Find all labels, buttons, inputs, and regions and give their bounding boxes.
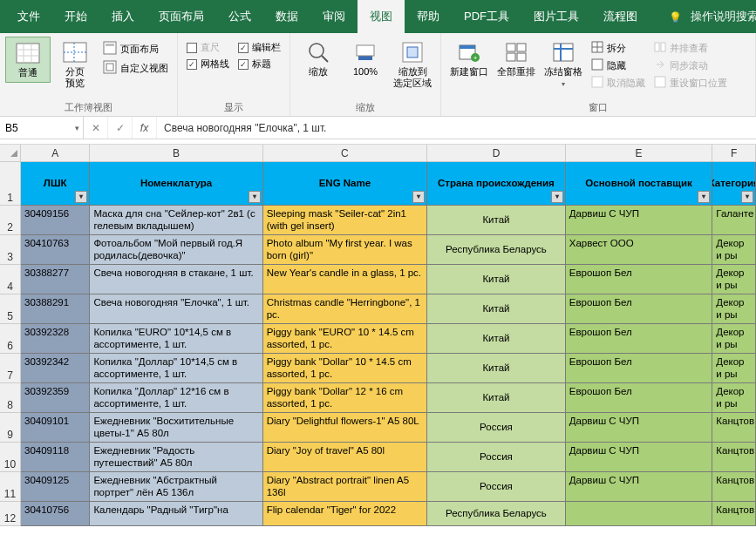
row-header[interactable]: 10 <box>0 443 21 472</box>
table-cell[interactable]: Китай <box>427 383 566 413</box>
table-cell[interactable]: Копилка "EURO" 10*14,5 см в ассортименте… <box>90 324 262 354</box>
tab-insert[interactable]: 插入 <box>99 0 146 33</box>
table-cell[interactable]: Diary "Abstract portrait" linen A5 136l <box>263 472 427 502</box>
table-cell[interactable]: 30392328 <box>21 324 90 354</box>
zoom-to-selection-button[interactable]: 缩放到 选定区域 <box>390 37 435 92</box>
table-header-cell[interactable]: Страна происхождения▾ <box>427 162 566 206</box>
filter-button[interactable]: ▾ <box>698 191 710 203</box>
table-cell[interactable]: Ежедневник "Восхитительные цветы-1" А5 8… <box>90 413 262 443</box>
table-cell[interactable]: Sleeping mask "Seiler-cat" 2in1 (with ge… <box>263 206 427 235</box>
table-cell[interactable]: Декор и ры <box>712 354 756 383</box>
table-cell[interactable]: Дарвиш С ЧУП <box>566 472 713 502</box>
side-by-side-button[interactable]: 并排查看 <box>650 40 731 56</box>
table-cell[interactable]: Россия <box>427 443 566 472</box>
view-page-break-button[interactable]: 分页 预览 <box>52 37 98 92</box>
table-cell[interactable]: Копилка "Доллар" 12*16 см в ассортименте… <box>90 383 262 413</box>
table-cell[interactable]: Китай <box>427 265 566 294</box>
table-cell[interactable]: 30392342 <box>21 354 90 383</box>
gridlines-checkbox[interactable]: ✓网格线 <box>183 57 233 71</box>
table-cell[interactable]: Россия <box>427 413 566 443</box>
table-cell[interactable]: 30388277 <box>21 265 90 294</box>
table-cell[interactable]: 30388291 <box>21 294 90 324</box>
accept-formula-button[interactable]: ✓ <box>108 117 133 139</box>
table-cell[interactable]: Flip calendar "Tiger" for 2022 <box>263 502 427 526</box>
table-cell[interactable]: Декор и ры <box>712 265 756 294</box>
table-cell[interactable]: 30409125 <box>21 472 90 502</box>
table-cell[interactable]: Ежедневник "Абстрактный портрет" лён А5 … <box>90 472 262 502</box>
reset-window-pos-button[interactable]: 重设窗口位置 <box>650 75 731 91</box>
table-cell[interactable]: Харвест ООО <box>566 235 713 265</box>
table-cell[interactable]: Декор и ры <box>712 235 756 265</box>
table-cell[interactable]: Еврошоп Бел <box>566 383 713 413</box>
new-window-button[interactable]: + 新建窗口 <box>446 37 492 81</box>
row-header[interactable]: 12 <box>0 502 21 526</box>
table-header-cell[interactable]: Номенклатура▾ <box>90 162 262 206</box>
insert-function-button[interactable]: fx <box>133 117 157 139</box>
table-cell[interactable]: Piggy bank "EURO" 10 * 14.5 cm assorted,… <box>263 324 427 354</box>
row-header[interactable]: 1 <box>0 162 21 206</box>
spreadsheet-grid[interactable]: 123456789101112 ABCDEF ЛШК▾Номенклатура▾… <box>0 145 756 548</box>
zoom-100-button[interactable]: 100% <box>343 37 388 81</box>
hide-button[interactable]: 隐藏 <box>588 58 649 73</box>
table-cell[interactable]: Diary "Delightful flowers-1" A5 80L <box>263 413 427 443</box>
table-cell[interactable]: Свеча новогодняя в стакане, 1 шт. <box>90 265 262 294</box>
column-header-F[interactable]: F <box>712 145 756 162</box>
column-header-D[interactable]: D <box>427 145 566 162</box>
view-page-layout-button[interactable]: 页面布局 <box>99 40 172 58</box>
table-cell[interactable]: 30409101 <box>21 413 90 443</box>
table-cell[interactable]: Дарвиш С ЧУП <box>566 206 713 235</box>
table-cell[interactable]: Китай <box>427 354 566 383</box>
table-cell[interactable]: Китай <box>427 294 566 324</box>
table-cell[interactable]: Канцтов <box>712 443 756 472</box>
view-normal-button[interactable]: 普通 <box>5 37 51 83</box>
table-cell[interactable]: Канцтов <box>712 502 756 526</box>
split-button[interactable]: 拆分 <box>588 40 649 56</box>
column-header-E[interactable]: E <box>566 145 713 162</box>
table-cell[interactable]: Еврошоп Бел <box>566 265 713 294</box>
row-header[interactable]: 7 <box>0 354 21 383</box>
tab-picture[interactable]: 图片工具 <box>521 0 591 33</box>
zoom-button[interactable]: 缩放 <box>296 37 341 81</box>
ruler-checkbox[interactable]: 直尺 <box>183 40 233 55</box>
table-cell[interactable]: Декор и ры <box>712 383 756 413</box>
table-cell[interactable]: 30410763 <box>21 235 90 265</box>
row-header[interactable]: 8 <box>0 383 21 413</box>
formula-bar-checkbox[interactable]: ✓编辑栏 <box>235 40 284 55</box>
table-cell[interactable]: 30392359 <box>21 383 90 413</box>
row-header[interactable]: 2 <box>0 206 21 235</box>
table-cell[interactable]: 30409156 <box>21 206 90 235</box>
table-cell[interactable]: Республика Беларусь <box>427 235 566 265</box>
column-header-C[interactable]: C <box>263 145 427 162</box>
table-cell[interactable]: Копилка "Доллар" 10*14,5 см в ассортимен… <box>90 354 262 383</box>
tab-data[interactable]: 数据 <box>263 0 310 33</box>
unhide-button[interactable]: 取消隐藏 <box>588 75 649 91</box>
table-cell[interactable]: Галанте <box>712 206 756 235</box>
table-header-cell[interactable]: Категория▾ <box>712 162 756 206</box>
table-cell[interactable]: Китай <box>427 324 566 354</box>
freeze-panes-button[interactable]: 冻结窗格▾ <box>541 37 586 92</box>
table-cell[interactable]: Календарь "Радный "Тигр"на <box>90 502 262 526</box>
table-cell[interactable]: Свеча новогодняя "Елочка", 1 шт. <box>90 294 262 324</box>
cancel-formula-button[interactable]: ✕ <box>84 117 108 139</box>
table-cell[interactable]: Фотоальбом "Мой первый год.Я родилась(де… <box>90 235 262 265</box>
tell-me-search[interactable]: 💡 操作说明搜索 <box>657 0 756 33</box>
table-cell[interactable]: Маска для сна "Сейлер-кот" 2в1 (с гелевы… <box>90 206 262 235</box>
table-cell[interactable]: Канцтов <box>712 472 756 502</box>
filter-button[interactable]: ▾ <box>249 191 261 203</box>
table-cell[interactable]: Республика Беларусь <box>427 502 566 526</box>
tab-flowchart[interactable]: 流程图 <box>591 0 650 33</box>
table-cell[interactable]: Канцтов <box>712 413 756 443</box>
table-cell[interactable]: Декор и ры <box>712 294 756 324</box>
table-cell[interactable]: Декор и ры <box>712 324 756 354</box>
table-cell[interactable]: Photo album "My first year. I was born (… <box>263 235 427 265</box>
row-header[interactable]: 3 <box>0 235 21 265</box>
row-header[interactable]: 11 <box>0 472 21 502</box>
table-cell[interactable]: Китай <box>427 206 566 235</box>
tab-formulas[interactable]: 公式 <box>216 0 263 33</box>
tab-pdf[interactable]: PDF工具 <box>452 0 521 33</box>
tab-review[interactable]: 审阅 <box>310 0 358 33</box>
table-cell[interactable]: Дарвиш С ЧУП <box>566 443 713 472</box>
tab-view[interactable]: 视图 <box>358 0 405 33</box>
table-cell[interactable]: Diary "Joy of travel" A5 80l <box>263 443 427 472</box>
tab-home[interactable]: 开始 <box>52 0 99 33</box>
